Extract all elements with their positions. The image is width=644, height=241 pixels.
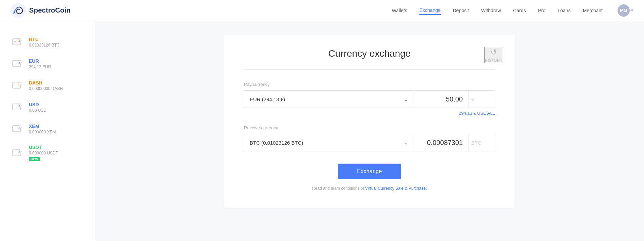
logo-text: SpectroCoin [29,6,71,14]
chevron-down-icon: ▾ [631,8,633,13]
eur-balance: 294.13 EUR [29,64,51,69]
nav-pro[interactable]: Pro [538,6,546,15]
pay-currency-label: Pay currency [244,82,495,87]
receive-currency-value: BTC (0.01023126 BTC) [250,140,303,146]
pay-amount-input[interactable] [414,91,468,108]
svg-point-0 [11,3,26,18]
dash-wallet-info: DASH 0.00000000 DASH [29,80,63,91]
user-avatar[interactable]: MM [618,4,630,17]
usdt-balance: 0.000000 USDT [29,151,58,155]
usdt-currency: USDT [29,145,58,150]
eur-wallet-icon: € [11,58,23,70]
sidebar-item-usd[interactable]: $ USD 0.00 USD [0,96,95,118]
receive-amount-wrap: BTC [414,134,495,151]
pay-currency-value: EUR (294.13 €) [250,96,285,102]
nav-cards[interactable]: Cards [513,6,526,15]
nav-loans[interactable]: Loans [557,6,570,15]
history-label: HISTORY [485,58,503,62]
receive-symbol: BTC [468,134,487,151]
receive-currency-row: BTC (0.01023126 BTC) ⌄ BTC [244,134,495,151]
sidebar-item-dash[interactable]: D DASH 0.00000000 DASH [0,75,95,96]
usd-wallet-info: USD 0.00 USD [29,102,46,113]
svg-text:$: $ [19,105,20,108]
sidebar-item-xem[interactable]: X XEM 0.000000 XEM [0,118,95,140]
dash-currency: DASH [29,80,63,86]
eur-wallet-info: EUR 294.13 EUR [29,58,51,69]
xem-wallet-icon: X [11,123,23,135]
svg-text:₿: ₿ [19,39,20,42]
svg-text:X: X [19,127,20,129]
chevron-down-icon: ⌄ [404,96,408,103]
svg-text:€: € [19,61,20,64]
chevron-down-icon: ⌄ [404,140,408,146]
exchange-button[interactable]: Exchange [338,164,401,179]
dash-wallet-icon: D [11,79,23,92]
pay-currency-dropdown[interactable]: EUR (294.13 €) ⌄ [244,90,414,108]
divider [244,69,495,70]
svg-text:D: D [19,84,21,86]
nav-merchant[interactable]: Merchant [583,6,603,15]
btc-wallet-icon: ₿ [11,36,23,48]
main-layout: ₿ BTC 0.01023126 BTC € EUR 294.13 EUR [0,21,644,241]
receive-currency-dropdown[interactable]: BTC (0.01023126 BTC) ⌄ [244,134,414,151]
pay-symbol: € [468,91,479,108]
new-badge: NEW [29,157,40,161]
usd-currency: USD [29,102,46,107]
btc-balance: 0.01023126 BTC [29,43,60,48]
logo-icon [11,3,26,18]
receive-currency-label: Receive currency [244,125,495,130]
btc-wallet-info: BTC 0.01023126 BTC [29,37,60,48]
eur-currency: EUR [29,58,51,64]
usd-wallet-icon: $ [11,101,23,113]
nav-wallets[interactable]: Wallets [392,6,407,15]
sidebar: ₿ BTC 0.01023126 BTC € EUR 294.13 EUR [0,21,95,241]
exchange-card: ↺ HISTORY Currency exchange Pay currency… [224,35,515,208]
sidebar-item-usdt[interactable]: T USDT 0.000000 USDT NEW [0,140,95,166]
use-all-link[interactable]: 294.13 € USE ALL [244,111,495,116]
pay-currency-section: Pay currency EUR (294.13 €) ⌄ € 294.13 €… [244,82,495,116]
xem-currency: XEM [29,124,56,129]
footer-note-prefix: Read and learn conditions of [312,186,365,191]
nav-withdraw[interactable]: Withdraw [481,6,501,15]
xem-wallet-info: XEM 0.000000 XEM [29,124,56,134]
usd-balance: 0.00 USD [29,108,46,113]
page-title: Currency exchange [244,48,495,59]
sidebar-item-btc[interactable]: ₿ BTC 0.01023126 BTC [0,31,95,53]
usdt-wallet-icon: T [11,147,23,159]
dash-balance: 0.00000000 DASH [29,86,63,91]
sidebar-item-eur[interactable]: € EUR 294.13 EUR [0,53,95,75]
footer-note-link[interactable]: Virtual Currency Sale & Purchase. [365,186,427,191]
xem-balance: 0.000000 XEM [29,130,56,134]
receive-amount-input[interactable] [414,134,468,151]
main-nav: Wallets Exchange Deposit Withdraw Cards … [392,4,633,17]
main-content: ↺ HISTORY Currency exchange Pay currency… [95,21,644,241]
usdt-wallet-info: USDT 0.000000 USDT NEW [29,145,58,162]
pay-currency-row: EUR (294.13 €) ⌄ € [244,90,495,108]
receive-currency-section: Receive currency BTC (0.01023126 BTC) ⌄ … [244,125,495,151]
user-dropdown[interactable]: MM ▾ [615,4,633,17]
footer-note: Read and learn conditions of Virtual Cur… [244,186,495,191]
pay-amount-wrap: € [414,90,495,108]
history-icon: ↺ [490,48,497,57]
btc-currency: BTC [29,37,60,42]
nav-exchange[interactable]: Exchange [419,6,440,15]
history-button[interactable]: ↺ HISTORY [484,47,503,63]
nav-deposit[interactable]: Deposit [453,6,469,15]
header: SpectroCoin Wallets Exchange Deposit Wit… [0,0,644,21]
logo[interactable]: SpectroCoin [11,3,71,18]
